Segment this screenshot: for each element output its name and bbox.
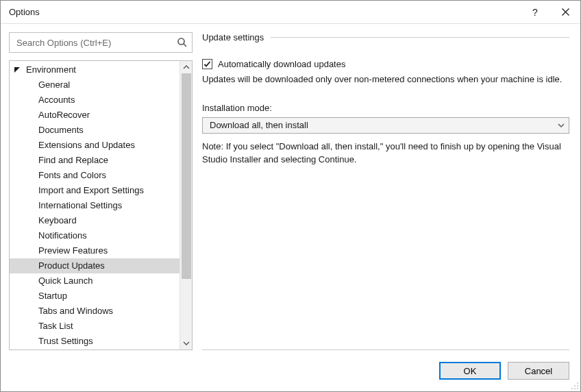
footer: OK Cancel (1, 350, 580, 391)
tree-item-label: Quick Launch (38, 273, 93, 289)
resize-grip-icon[interactable] (571, 382, 579, 390)
left-panel: EnvironmentGeneralAccountsAutoRecoverDoc… (9, 32, 193, 350)
tree-item[interactable]: Product Updates (10, 258, 180, 273)
tree-item-label: Accounts (38, 93, 75, 108)
install-mode-select[interactable]: Download all, then install (202, 117, 569, 134)
tree-item[interactable]: AutoRecover (10, 108, 180, 123)
window-title: Options (9, 7, 520, 17)
ok-button[interactable]: OK (439, 362, 501, 380)
chevron-down-icon (183, 341, 190, 345)
scroll-down-button[interactable] (180, 337, 193, 350)
options-tree[interactable]: EnvironmentGeneralAccountsAutoRecoverDoc… (10, 61, 180, 350)
tree-root-environment[interactable]: Environment (10, 62, 180, 77)
tree-item-label: Import and Export Settings (38, 183, 144, 198)
tree-item[interactable]: Startup (10, 289, 180, 304)
section-title: Update settings (202, 32, 264, 42)
divider (271, 37, 569, 38)
svg-line-3 (184, 44, 186, 47)
tree-item[interactable]: Keyboard (10, 213, 180, 228)
tree-item-label: Tabs and Windows (38, 304, 113, 319)
tree-item[interactable]: Documents (10, 123, 180, 138)
tree-item[interactable]: Quick Launch (10, 273, 180, 289)
chevron-up-icon (183, 65, 190, 69)
install-mode-value: Download all, then install (210, 120, 308, 130)
svg-point-2 (178, 38, 184, 45)
help-button[interactable]: ? (520, 1, 550, 24)
tree-scrollbar[interactable] (180, 61, 192, 350)
tree-item-label: Trust Settings (38, 334, 93, 349)
section-header: Update settings (202, 32, 569, 42)
tree-item-label: Startup (38, 289, 67, 304)
svg-point-5 (577, 382, 578, 384)
auto-download-row[interactable]: Automatically download updates (202, 59, 569, 69)
tree-item[interactable]: Fonts and Colors (10, 168, 180, 183)
tree-item-label: General (38, 77, 70, 93)
install-mode-label: Installation mode: (202, 103, 569, 113)
tree-root-label: Environment (26, 62, 76, 77)
settings-panel: Update settings Automatically download u… (202, 32, 572, 350)
scroll-up-button[interactable] (180, 61, 193, 73)
tree-item-label: Task List (38, 319, 73, 334)
search-icon (177, 37, 188, 48)
tree-item-label: Extensions and Updates (38, 138, 135, 153)
tree-item-label: Product Updates (38, 258, 105, 273)
tree-item[interactable]: Accounts (10, 93, 180, 108)
tree-item-label: AutoRecover (38, 108, 90, 123)
tree-item[interactable]: Notifications (10, 228, 180, 243)
svg-point-10 (577, 388, 578, 389)
install-mode-note: Note: If you select "Download all, then … (202, 140, 569, 167)
tree-item[interactable]: Extensions and Updates (10, 138, 180, 153)
svg-point-7 (577, 385, 578, 387)
svg-point-8 (571, 388, 573, 389)
svg-point-9 (574, 388, 576, 389)
search-box[interactable] (9, 32, 193, 53)
tree-item[interactable]: Task List (10, 319, 180, 334)
scroll-thumb[interactable] (182, 73, 191, 279)
help-icon: ? (532, 7, 538, 18)
tree-item[interactable]: International Settings (10, 198, 180, 213)
chevron-down-icon (558, 123, 565, 127)
content: EnvironmentGeneralAccountsAutoRecoverDoc… (1, 24, 580, 350)
scroll-track[interactable] (180, 73, 192, 337)
close-icon (562, 8, 569, 16)
tree-item-label: Documents (38, 123, 84, 138)
svg-point-6 (574, 385, 576, 387)
tree-item[interactable]: Preview Features (10, 243, 180, 258)
tree-item-label: Find and Replace (38, 153, 108, 168)
tree-container: EnvironmentGeneralAccountsAutoRecoverDoc… (9, 60, 193, 350)
tree-item-label: International Settings (38, 198, 122, 213)
tree-item[interactable]: Tabs and Windows (10, 304, 180, 319)
close-button[interactable] (550, 1, 580, 24)
check-icon (203, 60, 211, 68)
tree-item[interactable]: Import and Export Settings (10, 183, 180, 198)
tree-item-label: Preview Features (38, 243, 108, 258)
tree-item-label: Notifications (38, 228, 87, 243)
titlebar: Options ? (1, 1, 580, 24)
tree-item[interactable]: Trust Settings (10, 334, 180, 349)
tree-item[interactable]: General (10, 77, 180, 93)
tree-item-label: Fonts and Colors (38, 168, 106, 183)
auto-download-checkbox[interactable] (202, 59, 212, 69)
cancel-button[interactable]: Cancel (508, 362, 569, 380)
svg-marker-4 (14, 67, 20, 73)
search-input[interactable] (15, 37, 177, 49)
tree-item-label: Keyboard (38, 213, 77, 228)
auto-download-label: Automatically download updates (218, 59, 345, 69)
caret-expanded-icon (14, 66, 23, 73)
auto-download-desc: Updates will be downloaded only over non… (202, 73, 569, 86)
tree-item[interactable]: Find and Replace (10, 153, 180, 168)
